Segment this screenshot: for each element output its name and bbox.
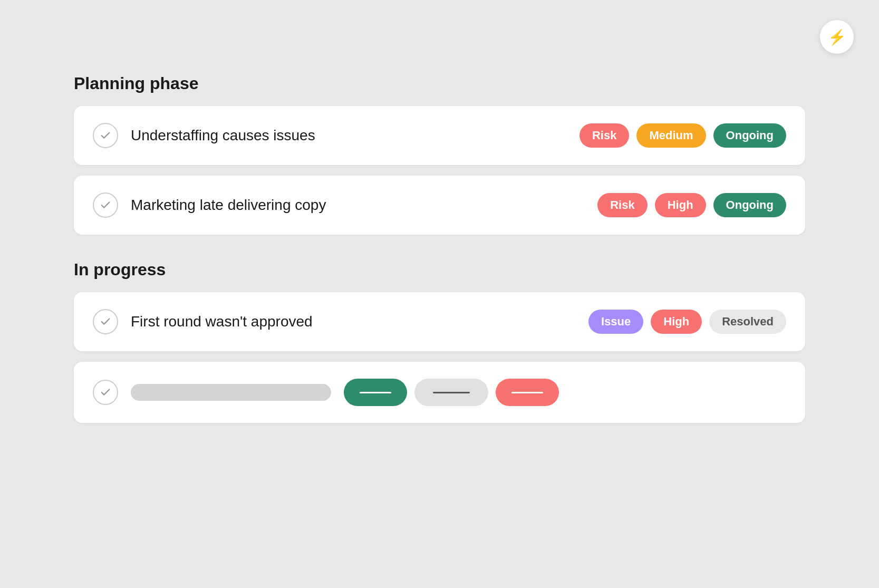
skeleton-green-line [360, 392, 391, 393]
card-title-marketing: Marketing late delivering copy [131, 197, 585, 214]
check-icon-skeleton[interactable] [93, 380, 118, 405]
check-icon-marketing[interactable] [93, 192, 118, 218]
tags-skeleton [344, 379, 559, 406]
tag-medium-understaffing[interactable]: Medium [636, 123, 706, 148]
tag-ongoing-marketing[interactable]: Ongoing [713, 193, 786, 217]
section-title-in-progress: In progress [74, 260, 805, 279]
tags-first-round: Issue High Resolved [588, 310, 786, 334]
card-understaffing: Understaffing causes issues Risk Medium … [74, 106, 805, 165]
section-title-planning: Planning phase [74, 74, 805, 93]
tag-resolved-first-round[interactable]: Resolved [709, 310, 786, 334]
tag-high-marketing[interactable]: High [655, 193, 706, 217]
lightning-button[interactable]: ⚡ [820, 20, 854, 54]
check-icon-first-round[interactable] [93, 309, 118, 334]
check-icon-understaffing[interactable] [93, 123, 118, 148]
tag-ongoing-understaffing[interactable]: Ongoing [713, 123, 786, 148]
tag-risk-understaffing[interactable]: Risk [579, 123, 629, 148]
lightning-icon: ⚡ [828, 28, 846, 46]
tag-high-first-round[interactable]: High [651, 310, 702, 334]
skeleton-tag-green [344, 379, 407, 406]
card-title-first-round: First round wasn't approved [131, 313, 576, 330]
skeleton-red-line [511, 392, 543, 393]
skeleton-tag-red [496, 379, 559, 406]
tag-risk-marketing[interactable]: Risk [597, 193, 647, 217]
section-planning-phase: Planning phase Understaffing causes issu… [74, 74, 805, 235]
main-content: Planning phase Understaffing causes issu… [74, 74, 805, 433]
section-in-progress: In progress First round wasn't approved … [74, 260, 805, 423]
card-marketing: Marketing late delivering copy Risk High… [74, 176, 805, 235]
skeleton-gray-line [433, 392, 470, 393]
tags-marketing: Risk High Ongoing [597, 193, 786, 217]
card-skeleton [74, 362, 805, 423]
skeleton-title-bar [131, 384, 331, 401]
card-title-understaffing: Understaffing causes issues [131, 127, 567, 144]
tags-understaffing: Risk Medium Ongoing [579, 123, 786, 148]
tag-issue-first-round[interactable]: Issue [588, 310, 643, 334]
card-first-round: First round wasn't approved Issue High R… [74, 292, 805, 351]
skeleton-tag-gray [414, 379, 488, 406]
